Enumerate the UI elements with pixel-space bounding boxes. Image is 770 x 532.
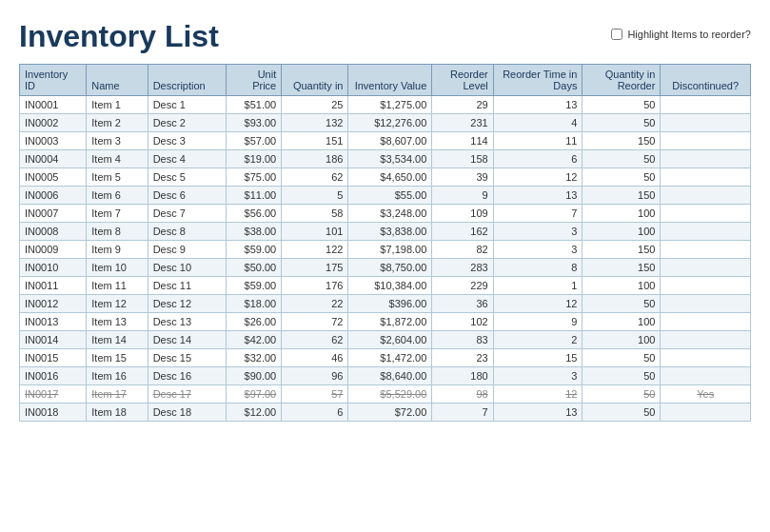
table-cell: 2	[493, 331, 582, 349]
highlight-checkbox[interactable]	[611, 29, 622, 40]
table-cell: Item 18	[87, 404, 148, 422]
table-cell: 176	[282, 277, 348, 295]
table-cell: Item 10	[87, 259, 148, 277]
col-header-unit: Unit Price	[226, 65, 282, 96]
table-cell: 22	[282, 295, 348, 313]
table-cell: Desc 12	[148, 295, 226, 313]
table-cell: 6	[493, 150, 582, 168]
table-cell: Item 15	[87, 349, 148, 367]
table-cell: 23	[432, 349, 493, 367]
table-cell: IN0010	[20, 259, 87, 277]
table-cell: 96	[282, 367, 348, 385]
table-body: IN0001Item 1Desc 1$51.0025$1,275.0029135…	[20, 96, 751, 422]
table-cell	[661, 404, 751, 422]
table-cell: 180	[432, 367, 493, 385]
table-cell: IN0011	[20, 277, 87, 295]
table-cell: Item 9	[87, 241, 148, 259]
table-row: IN0017Item 17Desc 17$97.0057$5,529.00981…	[20, 385, 751, 404]
table-cell: 58	[282, 205, 348, 223]
table-cell	[661, 295, 751, 313]
table-cell: Desc 1	[148, 96, 226, 114]
table-cell: $56.00	[226, 205, 282, 223]
table-cell: 100	[582, 205, 661, 223]
table-cell: $2,604.00	[348, 331, 432, 349]
table-cell: 150	[582, 187, 661, 205]
table-cell: $57.00	[226, 132, 282, 150]
table-cell: Item 11	[87, 277, 148, 295]
table-cell: 100	[582, 331, 661, 349]
table-cell: $1,872.00	[348, 313, 432, 331]
table-cell: 50	[582, 295, 661, 313]
table-row: IN0004Item 4Desc 4$19.00186$3,534.001586…	[20, 150, 751, 168]
table-cell: 175	[282, 259, 348, 277]
table-cell: 50	[582, 367, 661, 385]
table-cell	[661, 259, 751, 277]
table-row: IN0003Item 3Desc 3$57.00151$8,607.001141…	[20, 132, 751, 150]
table-cell	[661, 187, 751, 205]
table-cell: IN0016	[20, 367, 87, 385]
table-row: IN0002Item 2Desc 2$93.00132$12,276.00231…	[20, 114, 751, 132]
table-cell: 39	[432, 168, 493, 187]
table-cell: $8,750.00	[348, 259, 432, 277]
table-cell	[661, 367, 751, 385]
table-row: IN0014Item 14Desc 14$42.0062$2,604.00832…	[20, 331, 751, 349]
table-cell: 7	[493, 205, 582, 223]
table-cell: $3,534.00	[348, 150, 432, 168]
table-cell: 46	[282, 349, 348, 367]
table-cell: IN0017	[20, 385, 87, 404]
table-row: IN0016Item 16Desc 16$90.0096$8,640.00180…	[20, 367, 751, 385]
table-cell: Desc 4	[148, 150, 226, 168]
table-cell: 12	[493, 168, 582, 187]
table-cell: 231	[432, 114, 493, 132]
table-cell: 9	[493, 313, 582, 331]
table-cell: $93.00	[226, 114, 282, 132]
table-cell: 98	[432, 385, 493, 404]
table-cell: 29	[432, 96, 493, 114]
col-header-qtyreorder: Quantity in Reorder	[582, 65, 661, 96]
table-cell: 83	[432, 331, 493, 349]
table-cell: 50	[582, 404, 661, 422]
col-header-id: Inventory ID	[20, 65, 87, 96]
table-cell: Item 16	[87, 367, 148, 385]
table-cell: Desc 17	[148, 385, 226, 404]
table-cell: Item 5	[87, 168, 148, 187]
table-cell: Item 2	[87, 114, 148, 132]
table-cell: IN0005	[20, 168, 87, 187]
table-cell: 114	[432, 132, 493, 150]
highlight-check-container: Highlight Items to reorder?	[611, 29, 751, 40]
table-cell: Item 12	[87, 295, 148, 313]
table-cell: 229	[432, 277, 493, 295]
table-cell: 150	[582, 259, 661, 277]
table-cell: $90.00	[226, 367, 282, 385]
table-cell: Desc 14	[148, 331, 226, 349]
table-cell: $10,384.00	[348, 277, 432, 295]
table-cell: IN0008	[20, 223, 87, 241]
table-cell: $75.00	[226, 168, 282, 187]
table-cell: $4,650.00	[348, 168, 432, 187]
table-row: IN0015Item 15Desc 15$32.0046$1,472.00231…	[20, 349, 751, 367]
table-cell: 100	[582, 223, 661, 241]
table-cell: 3	[493, 241, 582, 259]
table-cell: 101	[282, 223, 348, 241]
table-cell: 11	[493, 132, 582, 150]
table-cell: 3	[493, 367, 582, 385]
table-cell: $18.00	[226, 295, 282, 313]
table-cell: $55.00	[348, 187, 432, 205]
table-cell: $50.00	[226, 259, 282, 277]
table-cell: 109	[432, 205, 493, 223]
col-header-desc: Description	[148, 65, 226, 96]
table-cell: 36	[432, 295, 493, 313]
table-cell: $51.00	[226, 96, 282, 114]
col-header-qty: Quantity in	[282, 65, 348, 96]
table-cell: IN0004	[20, 150, 87, 168]
table-cell: 6	[282, 404, 348, 422]
table-cell: Desc 7	[148, 205, 226, 223]
table-cell	[661, 150, 751, 168]
table-cell: Item 6	[87, 187, 148, 205]
table-cell: 3	[493, 223, 582, 241]
table-cell: 13	[493, 404, 582, 422]
table-cell: 186	[282, 150, 348, 168]
table-cell: $38.00	[226, 223, 282, 241]
table-cell: 12	[493, 295, 582, 313]
table-cell: Desc 18	[148, 404, 226, 422]
